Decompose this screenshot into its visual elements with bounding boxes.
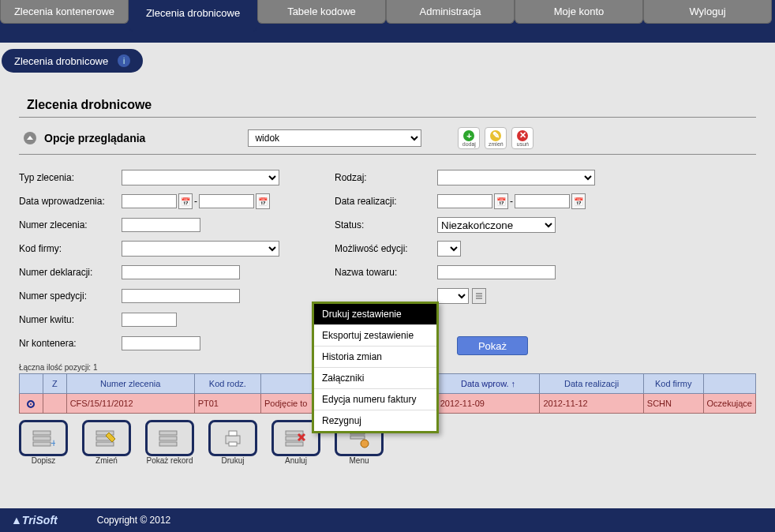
svg-rect-10 [159,442,177,446]
input-data-real-to[interactable] [515,194,570,208]
calendar-icon[interactable]: 📅 [256,193,270,209]
view-delete-button[interactable]: ✕ usuń [511,127,534,149]
svg-rect-16 [286,442,303,446]
range-dash: - [510,196,513,207]
select-status[interactable]: Niezakończone [437,217,556,233]
tb-zmien-label: Zmień [95,456,118,465]
ctx-edycja-faktury[interactable]: Edycja numeru faktury [314,389,436,410]
col-status[interactable] [703,374,755,394]
select-kod-firmy[interactable] [122,241,279,257]
tb-drukuj-label: Drukuj [222,456,245,465]
collapse-icon[interactable] [24,132,36,144]
col-numer-zlecenia[interactable]: Numer zlecenia [66,374,194,394]
view-options-row: Opcje przeglądania widok + dodaj ✎ zmień… [24,127,756,149]
input-nr-kontenera[interactable] [122,336,200,350]
lbl-rodzaj: Rodzaj: [335,172,437,183]
svg-rect-3 [33,442,51,446]
svg-point-19 [361,440,369,448]
info-icon[interactable]: i [118,54,130,67]
input-data-wpr-from[interactable] [122,194,177,208]
col-data-real[interactable]: Data realizacji [540,374,643,394]
svg-rect-1 [33,431,51,435]
tab-drobnicowe[interactable]: Zlecenia drobnicowe [129,0,257,32]
input-nazwa-towaru[interactable] [437,265,556,279]
calendar-icon[interactable]: 📅 [494,193,508,209]
brand-logo: ▲TriSoft [11,514,58,526]
tb-zmien[interactable]: Zmień [82,420,131,465]
col-data-wprow[interactable]: Data wprow. ↑ [436,374,540,394]
lbl-numer-dekl: Numer deklaracji: [19,267,122,278]
tab-wyloguj[interactable]: Wyloguj [643,0,772,24]
col-kod-firmy[interactable]: Kod firmy [643,374,703,394]
tab-administracja[interactable]: Administracja [386,0,515,24]
view-select[interactable]: widok [248,129,421,147]
input-numer-zlecenia[interactable] [122,218,200,232]
svg-rect-12 [229,431,237,436]
cell-status: Oczekujące [703,394,755,414]
svg-rect-18 [350,436,365,439]
copyright: Copyright © 2012 [97,515,171,526]
tb-pokaz-rekord[interactable]: Pokaż rekord [145,420,194,465]
input-numer-deklaracji[interactable] [122,265,240,279]
list-icon[interactable] [472,288,486,304]
view-delete-label: usuń [517,141,529,147]
svg-rect-7 [96,442,114,446]
ctx-drukuj-zest[interactable]: Drukuj zestawienie [314,304,436,325]
tb-menu-label: Menu [349,456,369,465]
svg-rect-8 [159,431,177,435]
lbl-nr-kont: Nr kontenera: [19,338,122,349]
select-typ-zlecenia[interactable] [122,170,279,185]
subheader-label: Zlecenia drobnicowe [14,55,108,67]
page-title: Zlecenia drobnicowe [27,98,756,112]
filters-left-col: Typ zlecenia: Data wprowadzenia: 📅 - 📅 N… [19,166,335,355]
ctx-historia[interactable]: Historia zmian [314,347,436,368]
input-data-real-from[interactable] [437,194,492,208]
ctx-eksportuj[interactable]: Eksportuj zestawienie [314,325,436,347]
view-add-button[interactable]: + dodaj [458,127,480,149]
ctx-zalaczniki[interactable]: Załączniki [314,368,436,389]
view-edit-button[interactable]: ✎ zmień [485,127,507,149]
cell-kod-rodz: PT01 [194,394,260,414]
svg-rect-2 [33,436,51,440]
view-edit-label: zmień [489,141,504,147]
input-data-wpr-to[interactable] [199,194,254,208]
lbl-kod-firmy: Kod firmy: [19,243,122,254]
select-opak[interactable] [437,288,469,304]
select-mozliwosc-edycji[interactable] [437,241,461,257]
lbl-edycja: Możliwość edycji: [335,243,437,254]
tab-kodowe[interactable]: Tabele kodowe [257,0,386,24]
lbl-nazwa-tow: Nazwa towaru: [335,267,437,278]
col-kod-rodz[interactable]: Kod rodz. [194,374,260,394]
lbl-typ: Typ zlecenia: [19,172,122,183]
tab-moje-konto[interactable]: Moje konto [515,0,643,24]
lbl-numer-kwitu: Numer kwitu: [19,314,122,325]
svg-rect-14 [286,431,303,435]
footer: ▲TriSoft Copyright © 2012 [0,508,775,532]
col-sel [20,374,43,394]
ctx-rezygnuj[interactable]: Rezygnuj [314,410,436,431]
row-radio[interactable] [27,400,35,408]
lbl-numer-zl: Numer zlecenia: [19,219,122,230]
lbl-data-real: Data realizacji: [335,196,437,207]
context-menu: Drukuj zestawienie Eksportuj zestawienie… [312,302,439,433]
cell-z [43,394,66,414]
cell-data-wprow: 2012-11-09 [436,394,540,414]
tab-kontenerowe[interactable]: Zlecenia kontenerowe [0,0,129,24]
calendar-icon[interactable]: 📅 [571,193,586,209]
main-tabbar: Zlecenia kontenerowe Zlecenia drobnicowe… [0,0,775,32]
tb-anuluj-label: Anuluj [285,456,307,465]
input-numer-spedycji[interactable] [122,289,240,303]
input-numer-kwitu[interactable] [122,313,177,327]
col-z[interactable]: Z [43,374,66,394]
cell-data-real: 2012-11-12 [540,394,643,414]
tb-drukuj[interactable]: Drukuj [208,420,257,465]
range-dash: - [194,196,197,207]
cell-kod-firmy: SCHN [643,394,703,414]
tb-dopisz[interactable]: + Dopisz [19,420,68,465]
svg-rect-13 [229,442,237,446]
calendar-icon[interactable]: 📅 [178,193,193,209]
cell-numer: CFS/15/11/2012 [66,394,194,414]
select-rodzaj[interactable] [437,170,595,185]
svg-marker-0 [27,136,33,140]
show-button[interactable]: Pokaż [457,336,528,355]
